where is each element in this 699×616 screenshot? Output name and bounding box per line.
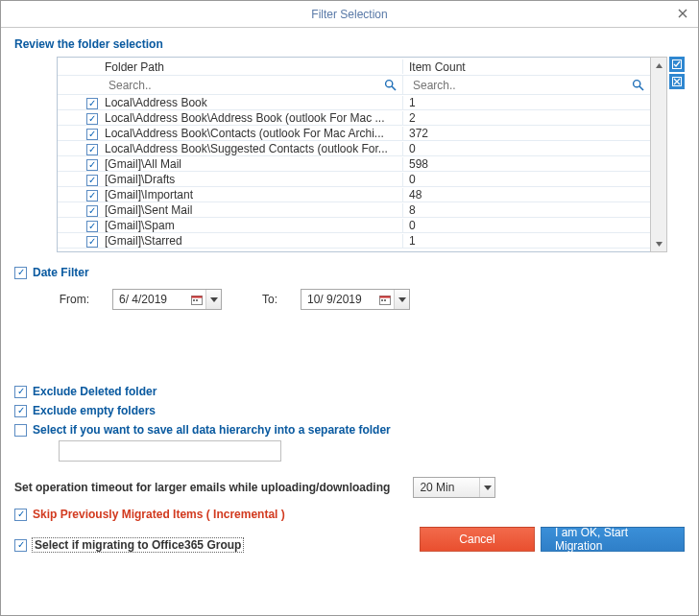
svg-rect-11 [380,296,391,297]
row-checkbox[interactable]: ✓ [86,175,98,186]
search-path-input[interactable] [105,77,381,94]
checkbox-clear-icon [672,77,682,86]
row-checkbox[interactable]: ✓ [86,144,98,155]
hierarchy-folder-input[interactable] [59,440,281,462]
table-row[interactable]: ✓[Gmail]\Important48 [58,187,650,202]
row-path: [Gmail]\Starred [101,234,402,248]
grid-rows: ✓Local\Address Book1✓Local\Address Book\… [58,95,650,251]
svg-point-2 [633,81,639,87]
row-path: [Gmail]\Important [101,188,402,201]
office365-label: Select if migrating to Office365 Group [33,538,243,552]
skip-previous-label: Skip Previously Migrated Items ( Increme… [33,508,285,521]
date-filter-checkbox[interactable]: ✓ [14,267,27,279]
search-count-input[interactable] [409,77,629,94]
save-hierarchy-label: Select if you want to save all data hier… [33,423,391,437]
office365-checkbox[interactable]: ✓ [14,539,27,552]
row-count: 0 [402,173,650,186]
calendar-icon [378,293,392,306]
search-icon[interactable] [381,78,398,93]
svg-point-0 [385,81,392,87]
timeout-select[interactable]: 20 Min [413,477,495,498]
close-button[interactable] [673,5,692,22]
table-row[interactable]: ✓Local\Address Book\Address Book (outloo… [58,110,650,126]
row-path: [Gmail]\Drafts [101,173,402,186]
deselect-all-button[interactable] [669,74,685,89]
svg-rect-9 [196,299,198,301]
chevron-down-icon[interactable] [205,290,221,309]
search-icon[interactable] [629,78,646,93]
grid-header-path[interactable]: Folder Path [101,59,402,74]
table-row[interactable]: ✓[Gmail]\All Mail598 [58,156,650,172]
timeout-label: Set operation timeout for larger emails … [14,481,390,494]
table-row[interactable]: ✓[Gmail]\Spam0 [58,218,650,233]
table-row[interactable]: ✓[Gmail]\Sent Mail8 [58,202,650,218]
row-checkbox[interactable]: ✓ [86,205,98,217]
row-path: Local\Address Book\Contacts (outlook For… [101,127,402,140]
section-title: Review the folder selection [14,37,685,51]
row-count: 0 [402,219,650,232]
svg-rect-8 [193,299,195,301]
row-checkbox[interactable]: ✓ [86,236,98,248]
table-row[interactable]: ✓Local\Address Book\Suggested Contacts (… [58,141,650,156]
grid-header: Folder Path Item Count [58,58,650,76]
row-checkbox[interactable]: ✓ [86,113,98,125]
row-checkbox[interactable]: ✓ [86,159,98,171]
grid-header-count[interactable]: Item Count [402,59,650,74]
chevron-down-icon[interactable] [479,478,494,497]
row-path: Local\Address Book\Address Book (outlook… [101,111,402,125]
table-row[interactable]: ✓Local\Address Book\Contacts (outlook Fo… [58,126,650,141]
to-label: To: [245,293,277,306]
svg-rect-12 [381,299,383,301]
row-count: 1 [402,234,650,248]
from-date-field[interactable]: 6/ 4/2019 [112,289,222,310]
skip-previous-checkbox[interactable]: ✓ [14,509,27,521]
row-path: Local\Address Book [101,96,402,109]
exclude-empty-label: Exclude empty folders [33,404,156,417]
row-checkbox[interactable]: ✓ [86,190,98,201]
svg-rect-13 [384,299,386,301]
window-title: Filter Selection [311,8,387,21]
row-checkbox[interactable]: ✓ [86,98,98,109]
row-count: 2 [402,111,650,125]
row-path: [Gmail]\Spam [101,219,402,232]
cancel-button[interactable]: Cancel [420,527,535,552]
table-row[interactable]: ✓[Gmail]\Starred1 [58,233,650,249]
exclude-empty-checkbox[interactable]: ✓ [14,405,27,417]
svg-line-1 [392,86,396,90]
titlebar: Filter Selection [1,1,698,28]
table-row[interactable]: ✓[Gmail]\Drafts0 [58,172,650,187]
select-all-button[interactable] [669,57,685,72]
to-date-value: 10/ 9/2019 [307,293,362,306]
calendar-icon [190,293,204,306]
exclude-deleted-checkbox[interactable]: ✓ [14,386,27,398]
row-path: Local\Address Book\Suggested Contacts (o… [101,142,402,155]
row-checkbox[interactable]: ✓ [86,221,98,232]
from-label: From: [57,293,89,306]
checkbox-checked-icon [672,59,682,69]
row-path: [Gmail]\All Mail [101,157,402,171]
svg-rect-7 [192,296,203,297]
close-icon [678,9,687,18]
row-count: 48 [402,188,650,201]
scroll-up-icon[interactable] [651,58,666,73]
svg-line-3 [639,86,643,90]
ok-start-button[interactable]: I am OK, Start Migration [541,527,685,552]
row-count: 8 [402,203,650,217]
grid-header-checkbox [58,66,101,67]
row-checkbox[interactable]: ✓ [86,129,98,140]
row-count: 372 [402,127,650,140]
save-hierarchy-checkbox[interactable] [14,424,27,437]
chevron-down-icon[interactable] [394,290,409,309]
row-count: 598 [402,157,650,171]
row-path: [Gmail]\Sent Mail [101,203,402,217]
scrollbar[interactable] [650,57,667,252]
to-date-field[interactable]: 10/ 9/2019 [301,289,410,310]
exclude-deleted-label: Exclude Deleted folder [33,385,157,398]
grid-search-row [58,76,650,95]
table-row[interactable]: ✓Local\Address Book1 [58,95,650,110]
timeout-value: 20 Min [420,481,454,494]
row-count: 1 [402,96,650,109]
folder-grid: Folder Path Item Count ✓Loca [57,57,650,252]
from-date-value: 6/ 4/2019 [119,293,167,306]
scroll-down-icon[interactable] [651,236,666,251]
